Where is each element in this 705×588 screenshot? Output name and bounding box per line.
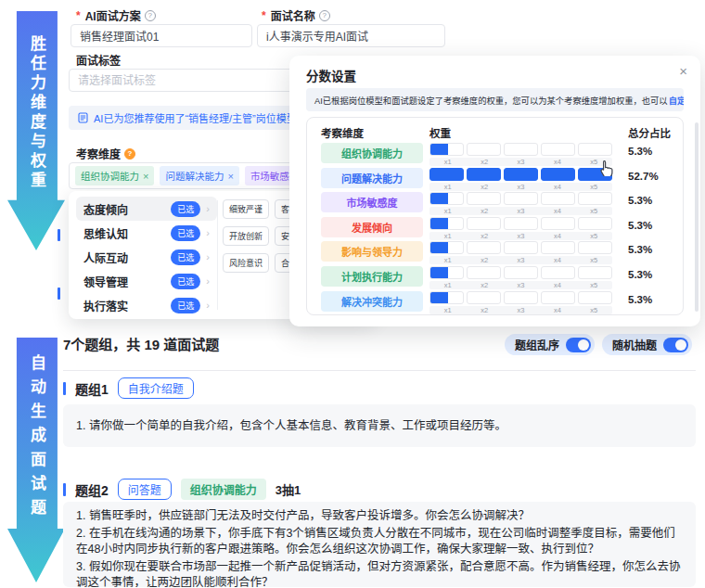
question-group-heading: 题组2问答题组织协调能力3抽1 <box>63 479 301 500</box>
weight-scale-label: x4 <box>539 158 575 166</box>
weight-scale-label: x4 <box>539 232 575 240</box>
weight-scale-labels: x1x2x3x4x5 <box>429 158 612 166</box>
weight-scale-label: x1 <box>429 183 466 191</box>
weight-segment[interactable] <box>578 217 612 230</box>
weight-segment[interactable] <box>578 241 612 254</box>
weight-segment[interactable] <box>467 266 501 279</box>
percent-value: 5.3% <box>628 220 652 231</box>
attribute-tag[interactable]: 细致严谨 <box>223 199 269 219</box>
toggle-label: 题组乱序 <box>515 337 559 352</box>
weight-segment[interactable] <box>429 266 464 279</box>
weight-scale-label: x2 <box>466 207 502 215</box>
weight-segment[interactable] <box>541 217 575 230</box>
weight-segment[interactable] <box>429 291 464 304</box>
banner-text: 胜任力维度与权重 <box>25 35 48 191</box>
weight-scale-label: x5 <box>576 256 612 264</box>
weight-scale-label: x4 <box>539 207 575 215</box>
percent-value: 5.3% <box>628 269 652 280</box>
percent-value: 52.7% <box>628 171 659 182</box>
weight-segment[interactable] <box>504 291 538 304</box>
weight-segment[interactable] <box>578 266 612 279</box>
weight-segment[interactable] <box>541 143 575 156</box>
weight-segment[interactable] <box>429 241 464 254</box>
customize-per-question-link[interactable]: 自定义每一题 <box>669 94 684 107</box>
question-group-box: 1. 销售旺季时，供应链部门无法及时交付产品，导致客户投诉增多。你会怎么协调解决… <box>63 502 696 587</box>
close-icon[interactable]: × <box>679 63 687 79</box>
weight-scale-label: x3 <box>503 232 539 240</box>
weight-segment[interactable] <box>429 217 464 230</box>
weight-segment[interactable] <box>504 217 538 230</box>
toggle-switch[interactable] <box>566 338 591 352</box>
dimension-category-item[interactable]: 态度倾向已选› <box>76 197 217 221</box>
help-icon[interactable]: ? <box>145 10 156 21</box>
dimension-category-item[interactable]: 思维认知已选› <box>76 221 217 245</box>
weight-segment[interactable] <box>541 192 575 205</box>
weight-segment[interactable] <box>429 168 464 181</box>
scrollbar[interactable] <box>695 122 699 312</box>
question-text: 1. 请你做一个简单的自我介绍，包含个人基本信息、教育背景、工作或项目经历等。 <box>76 418 506 434</box>
toggle-pill[interactable]: 随机抽题 <box>602 334 692 355</box>
draw-rule-text: 3抽1 <box>276 480 301 498</box>
dimension-category-item[interactable]: 人际互动已选› <box>76 245 217 269</box>
weight-scale-label: x3 <box>503 281 539 289</box>
dimension-category-item[interactable]: 执行落实已选› <box>76 293 217 317</box>
weight-segment[interactable] <box>467 143 501 156</box>
interview-name-input[interactable] <box>257 24 445 47</box>
question-type-tag[interactable]: 问答题 <box>118 479 172 500</box>
weight-scale-label: x3 <box>503 256 539 264</box>
weight-scale-label: x5 <box>576 281 612 289</box>
percent-value: 5.3% <box>628 244 652 255</box>
chevron-right-icon: › <box>206 203 210 214</box>
attribute-tag[interactable]: 风险意识 <box>223 253 269 273</box>
weight-scale-labels: x1x2x3x4x5 <box>429 232 612 240</box>
weight-segment[interactable] <box>541 241 575 254</box>
toggle-switch[interactable] <box>663 338 688 352</box>
required-asterisk: * <box>76 9 81 22</box>
weight-segment[interactable] <box>467 241 501 254</box>
weight-scale-label: x1 <box>429 256 466 264</box>
weight-segment[interactable] <box>504 266 538 279</box>
help-icon[interactable]: ? <box>319 10 330 21</box>
divider <box>217 200 218 310</box>
remove-tag-icon[interactable]: × <box>227 171 233 182</box>
weight-segment[interactable] <box>541 266 575 279</box>
ai-plan-input[interactable] <box>70 24 252 47</box>
weight-segment[interactable] <box>429 143 464 156</box>
column-header-dimension: 考察维度 <box>321 125 364 140</box>
selected-dimension-tag: 组织协调能力× <box>75 166 154 185</box>
weight-segment[interactable] <box>504 143 538 156</box>
weight-row: 发展倾向x1x2x3x4x55.3% <box>307 216 683 241</box>
weight-segment[interactable] <box>467 217 501 230</box>
weight-segment[interactable] <box>541 291 575 304</box>
attribute-tag[interactable]: 开放创新 <box>223 226 269 246</box>
weight-segment[interactable] <box>578 143 612 156</box>
weight-segment[interactable] <box>467 168 501 181</box>
question-type-tag[interactable]: 自我介绍题 <box>118 377 194 399</box>
weight-segment[interactable] <box>467 192 501 205</box>
group-accent-bar <box>63 483 66 496</box>
weight-row: 问题解决能力x1x2x3x4x552.7% <box>307 167 683 192</box>
weight-scale-label: x4 <box>539 306 575 314</box>
weight-segment[interactable] <box>504 192 538 205</box>
group-title: 题组2 <box>75 480 109 499</box>
weight-scale-label: x3 <box>503 183 539 191</box>
question-text: 1. 销售旺季时，供应链部门无法及时交付产品，导致客户投诉增多。你会怎么协调解决… <box>76 508 683 524</box>
weight-segment[interactable] <box>541 168 575 181</box>
weight-scale-label: x5 <box>576 306 612 314</box>
weight-segment[interactable] <box>467 291 501 304</box>
weight-segment[interactable] <box>578 291 612 304</box>
weight-bar <box>429 168 612 181</box>
question-group-box: 1. 请你做一个简单的自我介绍，包含个人基本信息、教育背景、工作或项目经历等。 <box>63 404 696 447</box>
weight-segment[interactable] <box>429 192 464 205</box>
weight-segment[interactable] <box>578 192 612 205</box>
weight-row: 组织协调能力x1x2x3x4x55.3% <box>307 142 683 167</box>
help-icon-orange[interactable]: ? <box>124 148 135 160</box>
dimension-category-item[interactable]: 领导管理已选› <box>76 269 217 293</box>
section-banner-competency: 胜任力维度与权重 <box>7 11 65 250</box>
remove-tag-icon[interactable]: × <box>143 171 148 182</box>
toggle-pill[interactable]: 题组乱序 <box>505 334 595 355</box>
weight-bar <box>429 291 612 304</box>
weight-segment[interactable] <box>504 241 538 254</box>
weight-segment[interactable] <box>504 168 538 181</box>
section-marker <box>58 229 60 241</box>
